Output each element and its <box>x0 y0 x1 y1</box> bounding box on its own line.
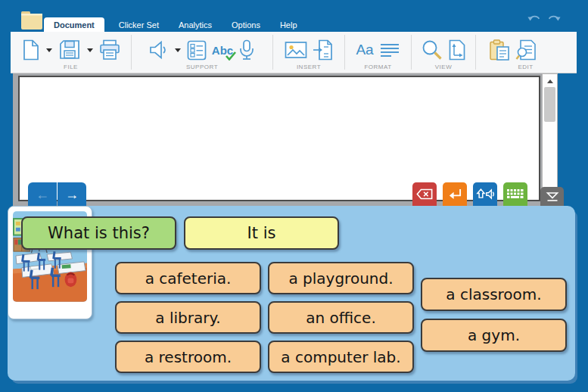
return-arrow-icon <box>448 188 462 201</box>
tab-help[interactable]: Help <box>270 17 307 32</box>
clicker-window: Document Clicker Set Analytics Options H… <box>0 0 588 392</box>
delete-word-button[interactable] <box>412 182 437 206</box>
scrollbar-thumb[interactable] <box>544 87 555 122</box>
new-document-button[interactable] <box>22 37 40 63</box>
microphone-button[interactable] <box>238 37 255 63</box>
word-label: a library. <box>155 309 220 327</box>
tab-document-label: Document <box>54 20 95 30</box>
spellcheck-button[interactable]: Abc <box>212 37 233 63</box>
print-button[interactable] <box>99 37 120 63</box>
grid-cell-word[interactable]: a cafeteria. <box>115 262 261 294</box>
new-document-caret[interactable] <box>45 37 53 63</box>
keyboard-icon <box>506 188 524 201</box>
ribbon-group-support: Abc SUPPORT <box>132 32 272 73</box>
keyboard-button[interactable] <box>503 182 527 206</box>
tab-clicker-set[interactable]: Clicker Set <box>109 17 169 32</box>
align-lines-icon <box>379 41 400 59</box>
ribbon-group-view-label: VIEW <box>412 64 475 70</box>
grid-cell-prompt-label: What is this? <box>48 224 150 242</box>
grid-cell-word[interactable]: a gym. <box>421 319 567 352</box>
tab-analytics[interactable]: Analytics <box>169 17 222 32</box>
zoom-button[interactable] <box>422 37 443 63</box>
tab-help-label: Help <box>280 20 297 30</box>
picture-icon <box>285 40 307 60</box>
tab-clicker-set-label: Clicker Set <box>119 20 159 30</box>
font-format-button[interactable]: Aa <box>356 37 373 63</box>
word-label: a cafeteria. <box>145 269 232 288</box>
tab-options-label: Options <box>232 20 260 30</box>
undo-redo-group <box>527 11 561 23</box>
page-size-icon <box>448 39 466 61</box>
grid-cell-word[interactable]: a restroom. <box>115 341 261 373</box>
tab-analytics-label: Analytics <box>179 20 212 30</box>
page-size-button[interactable] <box>448 37 466 63</box>
ribbon-group-edit-label: EDIT <box>476 64 575 70</box>
document-scrollbar[interactable] <box>542 73 558 206</box>
ribbon-group-insert: INSERT <box>273 32 344 73</box>
main-tab-bar: Document Clicker Set Analytics Options H… <box>44 17 307 32</box>
clicker-grid: What is this? It is <box>8 206 575 381</box>
ribbon-group-file-label: FILE <box>11 64 131 70</box>
word-label: a gym. <box>468 326 520 344</box>
previous-page-button[interactable]: ← <box>28 182 57 206</box>
ribbon-toolbar: FILE <box>11 32 577 73</box>
insert-picture-button[interactable] <box>285 37 307 63</box>
tab-options[interactable]: Options <box>222 17 270 32</box>
magnifier-icon <box>422 39 443 61</box>
speak-sentence-icon <box>476 188 494 201</box>
word-label: a playground. <box>288 269 393 288</box>
next-arrow-icon: → <box>65 188 79 201</box>
undo-icon[interactable] <box>527 11 541 23</box>
numbered-list-icon <box>187 40 207 61</box>
clipboard-icon <box>489 39 510 61</box>
redo-icon[interactable] <box>547 11 561 23</box>
ribbon-group-edit: EDIT <box>476 32 575 73</box>
page-navigation: ← → <box>28 182 86 206</box>
print-icon <box>99 39 120 61</box>
paragraph-align-button[interactable] <box>379 37 400 63</box>
word-label: an office. <box>306 309 376 327</box>
font-aa-text: Aa <box>356 42 373 58</box>
next-page-button[interactable]: → <box>58 182 86 206</box>
speaker-icon <box>149 40 169 60</box>
save-button[interactable] <box>58 37 81 63</box>
find-in-document-icon <box>515 39 537 61</box>
folder-icon <box>21 11 42 30</box>
check-icon <box>226 51 236 61</box>
speak-button[interactable] <box>149 37 169 63</box>
speak-caret[interactable] <box>174 37 182 63</box>
ribbon-group-insert-label: INSERT <box>273 64 344 70</box>
collapse-down-icon <box>546 191 559 202</box>
grid-cell-word[interactable]: a playground. <box>268 262 414 294</box>
ribbon-group-support-label: SUPPORT <box>132 64 272 70</box>
save-caret[interactable] <box>86 37 94 63</box>
grid-cell-word[interactable]: a classroom. <box>421 278 567 311</box>
ribbon-group-view: VIEW <box>412 32 475 73</box>
return-button[interactable] <box>443 182 467 206</box>
speak-sentence-button[interactable] <box>473 182 497 206</box>
new-document-icon <box>22 39 40 61</box>
grid-cell-prompt[interactable]: What is this? <box>21 216 176 250</box>
insert-document-button[interactable] <box>313 37 334 63</box>
ribbon-group-format-label: FORMAT <box>345 64 411 70</box>
scrollbar-up-arrow[interactable] <box>543 76 557 86</box>
microphone-icon <box>238 39 255 61</box>
grid-cell-word[interactable]: a computer lab. <box>268 341 414 373</box>
word-bank-button[interactable] <box>187 37 207 63</box>
word-label: a computer lab. <box>281 348 400 366</box>
save-icon <box>58 39 81 61</box>
find-button[interactable] <box>515 37 537 63</box>
hide-grid-button[interactable] <box>540 187 564 206</box>
grid-cell-word[interactable]: an office. <box>268 301 414 334</box>
ribbon-group-format: Aa FORMAT <box>345 32 411 73</box>
insert-document-icon <box>313 39 334 61</box>
grid-cell-sentence-starter[interactable]: It is <box>184 216 339 250</box>
open-folder-button[interactable] <box>21 11 42 30</box>
word-label: a restroom. <box>145 348 232 366</box>
word-label: a classroom. <box>446 285 541 303</box>
tab-document[interactable]: Document <box>44 17 104 32</box>
grid-cell-word[interactable]: a library. <box>115 301 261 334</box>
backspace-icon <box>416 188 433 200</box>
grid-cell-starter-label: It is <box>247 224 276 242</box>
paste-button[interactable] <box>489 37 510 63</box>
